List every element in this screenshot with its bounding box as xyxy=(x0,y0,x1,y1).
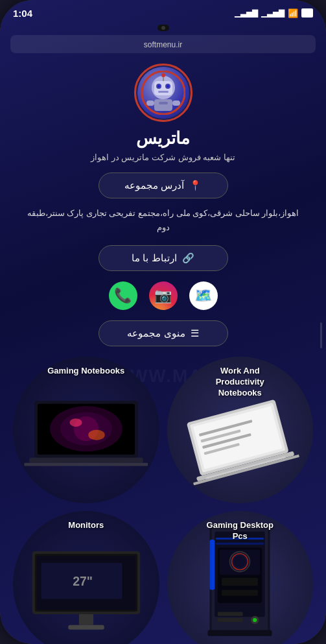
work-productivity-label: Work AndProductivityNotebooks xyxy=(167,366,314,399)
status-time: 1:04 xyxy=(13,8,32,19)
phone-screen: 1:04 ▁▃▅▇ ▁▃▅▇ 📶 41 softmenu.ir WWW.MAT xyxy=(0,0,326,644)
camera-notch-area xyxy=(0,23,326,32)
svg-point-8 xyxy=(161,73,165,77)
robot-avatar-svg xyxy=(141,71,185,115)
signal-bars-icon2: ▁▃▅▇ xyxy=(261,8,285,18)
svg-rect-56 xyxy=(218,618,243,622)
menu-button[interactable]: ☰ منوی مجموعه xyxy=(99,320,228,346)
categories-grid: Gaming Notebooks xyxy=(0,346,326,644)
svg-point-54 xyxy=(253,618,257,622)
scroll-indicator xyxy=(320,322,322,348)
svg-rect-6 xyxy=(158,91,169,93)
svg-rect-55 xyxy=(218,612,243,615)
svg-rect-11 xyxy=(172,101,180,106)
phone-icon: 📞 xyxy=(114,287,132,304)
status-bar: 1:04 ▁▃▅▇ ▁▃▅▇ 📶 41 xyxy=(0,0,326,23)
svg-rect-57 xyxy=(208,630,272,636)
monitors-label: Monitors xyxy=(13,520,159,531)
category-monitors[interactable]: Monitors xyxy=(13,511,159,644)
camera-dot xyxy=(161,26,165,30)
category-gaming-desktop[interactable]: Gaming DesktopPcs xyxy=(167,511,314,644)
svg-rect-10 xyxy=(146,101,154,106)
status-icons: ▁▃▅▇ ▁▃▅▇ 📶 41 xyxy=(235,8,313,18)
pin-icon: 📍 xyxy=(189,180,202,191)
screen-content[interactable]: WWW.MAT xyxy=(0,56,326,644)
map-social-button[interactable]: 🗺️ xyxy=(189,281,218,310)
svg-rect-51 xyxy=(222,578,258,586)
svg-point-49 xyxy=(234,555,246,567)
svg-rect-52 xyxy=(222,590,258,595)
gaming-notebooks-label: Gaming Notebooks xyxy=(13,366,159,377)
gaming-laptop-svg xyxy=(24,396,148,479)
svg-rect-22 xyxy=(24,463,148,466)
address-button-label: آدرس مجموعه xyxy=(124,180,184,191)
category-gaming-notebooks[interactable]: Gaming Notebooks xyxy=(13,357,159,503)
svg-rect-12 xyxy=(159,102,168,104)
map-icon: 🗺️ xyxy=(194,287,212,304)
work-laptop-svg xyxy=(177,392,303,495)
svg-point-4 xyxy=(157,85,160,88)
battery-indicator: 41 xyxy=(301,8,313,18)
contact-button[interactable]: 🔗 ارتباط با ما xyxy=(99,245,228,271)
store-subtitle: تنها شعبه فروش شرکت ماتریس در اهواز xyxy=(0,152,326,162)
wifi-icon: 📶 xyxy=(288,8,298,18)
signal-bars-icon: ▁▃▅▇ xyxy=(235,8,258,18)
phone-frame: 1:04 ▁▃▅▇ ▁▃▅▇ 📶 41 softmenu.ir WWW.MAT xyxy=(0,0,326,644)
instagram-social-button[interactable]: 📷 xyxy=(149,281,178,310)
address-button[interactable]: 📍 آدرس مجموعه xyxy=(99,173,228,198)
menu-lines-icon: ☰ xyxy=(191,328,199,339)
url-text: softmenu.ir xyxy=(144,40,182,49)
url-bar[interactable]: softmenu.ir xyxy=(10,35,316,53)
monitor-svg: 27" xyxy=(28,547,145,637)
instagram-icon: 📷 xyxy=(154,287,172,304)
svg-text:27": 27" xyxy=(73,574,93,588)
avatar-wrapper xyxy=(134,64,192,122)
avatar-section xyxy=(0,64,326,122)
svg-point-20 xyxy=(88,430,105,440)
camera-notch xyxy=(157,25,169,31)
svg-point-5 xyxy=(167,85,169,88)
svg-rect-38 xyxy=(79,614,93,625)
avatar-inner xyxy=(137,67,189,119)
contact-icon: 🔗 xyxy=(182,252,194,264)
svg-rect-1 xyxy=(154,81,172,95)
svg-rect-21 xyxy=(29,458,143,463)
category-work-productivity[interactable]: Work AndProductivityNotebooks xyxy=(167,357,314,503)
phone-social-button[interactable]: 📞 xyxy=(109,281,137,310)
store-title: ماتریس xyxy=(0,128,326,149)
svg-rect-9 xyxy=(154,99,172,111)
social-row: 📞 📷 🗺️ xyxy=(0,281,326,310)
svg-rect-39 xyxy=(68,625,104,630)
address-text: اهواز،بلوار ساحلی شرقی،کوی ملی راه،مجتمع… xyxy=(19,206,307,235)
svg-rect-43 xyxy=(210,540,215,590)
contact-button-label: ارتباط با ما xyxy=(132,252,176,264)
svg-point-19 xyxy=(69,418,82,427)
svg-rect-45 xyxy=(216,542,264,544)
menu-button-label: منوی مجموعه xyxy=(127,328,185,339)
gaming-desktop-label: Gaming DesktopPcs xyxy=(167,520,314,542)
